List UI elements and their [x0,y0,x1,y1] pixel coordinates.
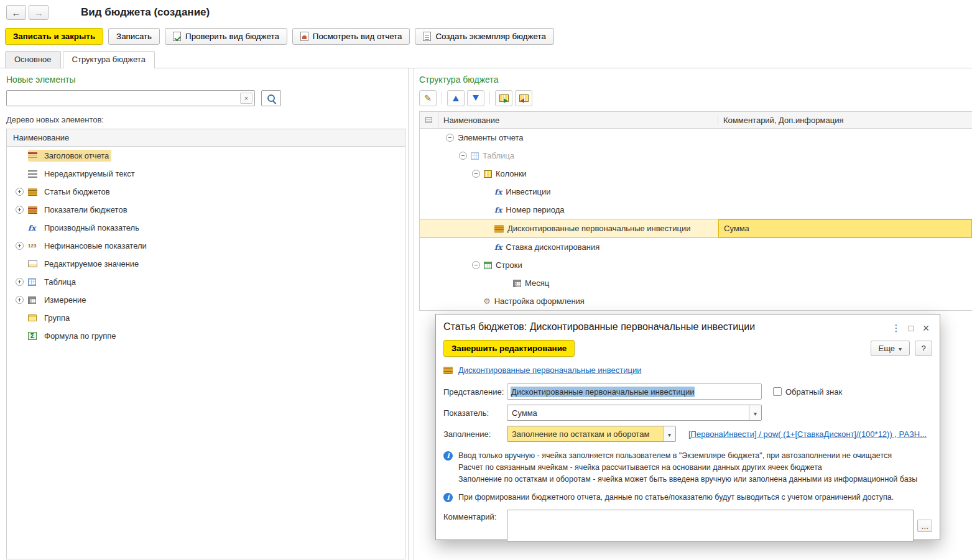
dialog-maximize-button[interactable] [904,321,919,335]
search-input[interactable] [7,91,240,106]
panel-splitter[interactable] [408,68,414,560]
comment-label: Комментарий: [443,512,503,521]
search-row: × [6,90,405,106]
reverse-sign-checkbox[interactable] [773,387,782,396]
page-title: Вид бюджета (создание) [81,6,210,19]
tree-item-nonfinancial-indicators[interactable]: Нефинансовые показатели [7,237,405,255]
search-button[interactable] [261,90,281,106]
tree-item-static-text[interactable]: Нередактируемый текст [7,165,405,183]
structure-row-period-number[interactable]: Номер периода [420,201,972,219]
expand-icon[interactable] [16,188,24,196]
comment-cell[interactable]: Сумма [718,219,972,237]
presentation-input[interactable]: Дисконтированные первоначальные инвестиц… [507,383,762,400]
tree-item-label: Производный показатель [42,222,142,234]
more-button[interactable]: Еще [871,341,910,356]
tree-item-group[interactable]: Группа [7,309,405,327]
expand-icon[interactable] [16,296,24,304]
move-up-button[interactable] [447,90,465,106]
fx-icon [494,188,502,196]
dimension-icon [28,296,36,304]
collapse-icon[interactable] [459,152,467,160]
comment-more-button[interactable] [917,520,932,532]
tree-column-icon-cell[interactable] [420,112,438,128]
save-and-close-button[interactable]: Записать и закрыть [5,28,103,45]
column-header-name[interactable]: Наименование [438,116,718,125]
tree-item-budget-articles[interactable]: Статьи бюджетов [7,183,405,201]
structure-row-month[interactable]: Месяц [420,274,972,292]
indicator-dropdown-button[interactable] [749,405,761,420]
budget-structure-title: Структура бюджета [419,75,972,85]
back-button[interactable]: ← [6,5,26,20]
indicator-select[interactable]: Сумма [507,405,762,421]
article-link[interactable]: Дисконтированные первоначальные инвестиц… [458,365,641,375]
group-icon [28,314,37,321]
tree-item-report-title[interactable]: Заголовок отчета [7,147,405,165]
tree-item-label: Показатели бюджетов [42,204,130,216]
tree-item-derived-indicator[interactable]: Производный показатель [7,219,405,237]
tree-item-editable-value[interactable]: Редактируемое значение [7,255,405,273]
fill-row: Заполнение: Заполнение по остаткам и обо… [436,423,940,444]
table-icon [28,278,36,286]
toolbar-separator [489,92,490,104]
forward-button[interactable]: → [29,5,49,20]
dialog-header: Статья бюджетов: Дисконтированные первон… [436,314,940,339]
structure-row-investments[interactable]: Инвестиции [420,183,972,201]
row-label: Строки [496,260,522,270]
structure-row-rows[interactable]: Строки [420,256,972,274]
comment-textarea[interactable] [507,510,914,542]
structure-row-discount-rate[interactable]: Ставка дисконтирования [420,238,972,256]
clear-search-button[interactable]: × [240,93,252,104]
tree-item-label: Редактируемое значение [42,258,141,270]
row-label: Колонки [496,169,527,178]
fill-select[interactable]: Заполнение по остаткам и оборотам [507,426,676,442]
structure-row-table[interactable]: Таблица [420,147,972,165]
selected-item-highlight: Заголовок отчета [28,150,111,162]
collapse-icon[interactable] [446,134,454,142]
move-in-button[interactable] [495,90,512,106]
expand-icon[interactable] [16,206,24,214]
tree-item-dimension[interactable]: Измерение [7,291,405,309]
edit-button[interactable] [419,90,437,106]
create-budget-instance-button[interactable]: Создать экземпляр бюджета [415,28,553,45]
more-button-label: Еще [879,344,895,353]
article-link-row: Дисконтированные первоначальные инвестиц… [436,362,940,381]
view-report-label: Посмотреть вид отчета [313,32,402,41]
move-out-button[interactable] [515,90,532,106]
indicator-value: Сумма [507,405,749,420]
formula-link[interactable]: [ПервонаИнвести] / pow( (1+[СтавкаДискон… [688,429,927,439]
fill-dropdown-button[interactable] [663,426,675,441]
budget-indicators-icon [28,206,37,214]
dialog-menu-button[interactable] [889,321,904,335]
gear-icon [483,297,491,305]
tree-item-label: Группа [42,312,72,324]
structure-row-formatting-settings[interactable]: Настройка оформления [420,292,972,310]
tree-column-header: Наименование [7,129,405,147]
check-budget-view-button[interactable]: Проверить вид бюджета [165,28,287,45]
reverse-sign-row: Обратный знак [773,387,842,397]
collapse-icon[interactable] [472,261,480,269]
tree-item-budget-indicators[interactable]: Показатели бюджетов [7,201,405,219]
report-title-icon [28,152,37,160]
tree-item-table[interactable]: Таблица [7,273,405,291]
tab-budget-structure[interactable]: Структура бюджета [63,51,155,68]
tree-item-label: Измерение [42,294,89,306]
back-arrow-icon: ← [12,7,21,18]
view-report-button[interactable]: Посмотреть вид отчета [292,28,410,45]
dialog-close-button[interactable] [919,321,933,335]
structure-row-columns[interactable]: Колонки [420,165,972,183]
column-header-comment[interactable]: Комментарий, Доп.информация [718,116,972,125]
help-button[interactable]: ? [915,341,932,356]
expand-icon[interactable] [16,278,24,286]
fx-icon [494,206,502,214]
save-button[interactable]: Записать [108,28,160,45]
move-down-button[interactable] [467,90,484,106]
doc-new-icon [423,32,431,41]
tree-item-label: Статьи бюджетов [42,186,113,198]
tab-main[interactable]: Основное [5,51,61,68]
tree-item-group-formula[interactable]: Формула по группе [7,327,405,345]
collapse-icon[interactable] [472,170,480,178]
structure-row-discounted-investments[interactable]: Дисконтированные первоначальные инвестиц… [420,219,972,238]
finish-editing-button[interactable]: Завершить редактирование [443,340,575,357]
expand-icon[interactable] [16,242,24,250]
structure-row-report-elements[interactable]: Элементы отчета [420,129,972,147]
